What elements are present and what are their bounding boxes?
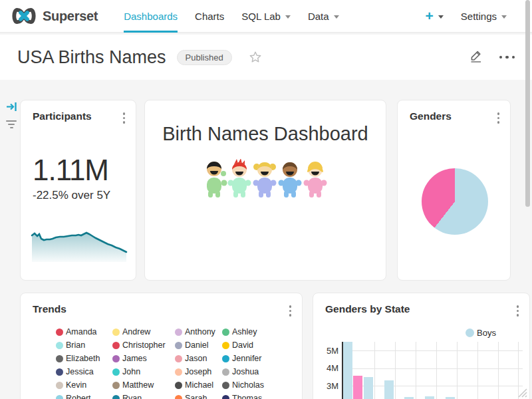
legend-item[interactable]: Kevin <box>56 378 112 392</box>
settings-menu[interactable]: Settings <box>461 11 507 22</box>
kebab-menu-icon[interactable] <box>121 110 128 126</box>
top-navbar: Superset Dashboards Charts SQL Lab Data … <box>0 0 532 33</box>
legend-item[interactable]: Ryan <box>112 392 175 399</box>
legend-item[interactable]: Joshua <box>222 365 264 378</box>
legend-item[interactable]: Amanda <box>56 325 112 338</box>
status-badge[interactable]: Published <box>177 50 232 65</box>
big-number-value: 1.11M <box>33 154 108 187</box>
legend-label: Jason <box>185 354 207 363</box>
legend-dot-icon <box>222 355 229 362</box>
legend-item[interactable]: Ashley <box>222 325 264 338</box>
legend-dot-icon <box>112 368 120 376</box>
legend-label: Ryan <box>122 394 142 399</box>
kebab-menu-icon[interactable] <box>287 303 294 319</box>
legend-dot-icon <box>175 395 182 399</box>
more-actions-icon[interactable] <box>499 56 515 59</box>
legend-label: Thomas <box>232 394 262 399</box>
legend-label: John <box>122 367 140 376</box>
legend-label: Ashley <box>232 327 257 336</box>
legend-item[interactable]: David <box>222 338 264 352</box>
legend-label: Kevin <box>66 380 86 390</box>
dashboard-header: USA Births Names Published <box>0 35 532 80</box>
bar-boys <box>425 396 434 399</box>
participants-sparkline <box>31 230 128 262</box>
legend-dot-icon <box>222 395 229 399</box>
legend-label: Jessica <box>66 367 94 376</box>
kids-illustration <box>201 159 329 200</box>
legend-item[interactable]: Andrew <box>112 325 175 338</box>
v-gridline <box>457 342 458 399</box>
legend-label: Robert <box>66 394 91 399</box>
legend-dot-icon <box>56 368 63 376</box>
legend-dot-icon <box>175 382 182 389</box>
kebab-menu-icon[interactable] <box>495 110 502 126</box>
nav-sql-lab[interactable]: SQL Lab <box>241 0 291 33</box>
bar-boys <box>384 380 394 399</box>
legend-dot-icon <box>56 355 63 362</box>
legend-item[interactable]: Jessica <box>56 365 112 378</box>
legend-item[interactable]: Jason <box>175 352 222 365</box>
new-item-button[interactable]: + <box>426 8 444 24</box>
nav-dashboards[interactable]: Dashboards <box>124 0 178 33</box>
bar-boys <box>364 377 373 399</box>
legend-item[interactable]: Nicholas <box>222 378 264 392</box>
superset-logo[interactable]: Superset <box>11 7 98 25</box>
chevron-down-icon <box>501 15 507 19</box>
filter-list-icon[interactable] <box>5 120 17 128</box>
legend-item[interactable]: Joseph <box>175 365 222 378</box>
legend-label: Anthony <box>185 327 215 336</box>
legend-dot-icon <box>175 342 182 349</box>
nav-data[interactable]: Data <box>308 0 339 33</box>
legend-item[interactable]: Daniel <box>175 338 222 352</box>
legend-label: Daniel <box>185 340 208 350</box>
legend-dot-icon <box>56 329 63 336</box>
legend-label: Elizabeth <box>66 354 100 363</box>
y-axis-line <box>342 342 343 399</box>
bar-boys <box>343 342 352 399</box>
legend-item[interactable]: James <box>112 352 175 365</box>
card-title: Trends <box>33 303 66 315</box>
legend-item[interactable]: Sarah <box>175 392 222 399</box>
legend-dot-icon <box>112 355 120 362</box>
favorite-star-icon[interactable] <box>248 50 263 65</box>
trends-card: Trends AmandaAndrewAnthonyAshleyBrianChr… <box>20 293 303 399</box>
bar-girls <box>353 376 362 399</box>
infinity-logo-icon <box>11 7 37 25</box>
edit-pencil-icon[interactable] <box>469 49 483 66</box>
legend-dot-icon <box>222 368 229 376</box>
big-number-trend: -22.5% over 5Y <box>33 189 110 202</box>
legend-item[interactable]: Matthew <box>112 378 175 392</box>
v-gridline <box>436 342 437 399</box>
legend-item[interactable]: Christopher <box>112 338 175 352</box>
legend-label: Joseph <box>185 367 211 376</box>
legend-label: Christopher <box>122 340 166 350</box>
legend-item[interactable]: Brian <box>56 338 112 352</box>
legend-item[interactable]: Jennifer <box>222 352 264 365</box>
legend-item[interactable]: Elizabeth <box>56 352 112 365</box>
legend-item[interactable]: Anthony <box>175 325 222 338</box>
expand-filter-bar-icon[interactable] <box>6 101 18 115</box>
plus-icon: + <box>426 8 434 24</box>
legend-item[interactable]: Robert <box>56 392 112 399</box>
chevron-down-icon <box>334 15 339 19</box>
legend-dot-icon <box>56 342 63 349</box>
v-gridline <box>416 342 416 399</box>
card-title: Participants <box>33 110 92 122</box>
chevron-down-icon <box>438 15 444 19</box>
legend-item[interactable]: John <box>112 365 175 378</box>
legend-item[interactable]: Thomas <box>222 392 264 399</box>
markdown-heading: Birth Names Dashboard <box>145 123 386 145</box>
resize-handle[interactable] <box>517 387 527 398</box>
legend-dot-icon <box>56 395 63 399</box>
legend-item[interactable]: Michael <box>175 378 222 392</box>
genders-pie-chart <box>422 168 488 235</box>
legend-dot-icon <box>112 395 120 399</box>
nav-charts[interactable]: Charts <box>195 0 224 33</box>
legend-label: Amanda <box>66 327 97 336</box>
participants-card: Participants 1.11M -22.5% over 5Y <box>20 100 136 281</box>
trends-legend: AmandaAndrewAnthonyAshleyBrianChristophe… <box>56 325 264 399</box>
legend-dot-icon <box>175 368 182 376</box>
scrollbar[interactable] <box>525 0 530 207</box>
legend-label: Michael <box>185 380 213 390</box>
legend-label: Sarah <box>185 394 207 399</box>
